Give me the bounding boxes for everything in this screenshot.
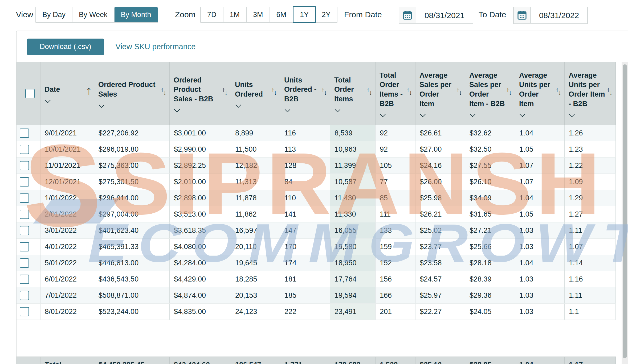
cell: 19,580 — [330, 239, 376, 255]
view-sku-performance-link[interactable]: View SKU performance — [116, 42, 196, 51]
view-option-by-month[interactable]: By Month — [115, 7, 158, 22]
table-row: 10/01/2021$296,019.80$2,990.0011,5001131… — [17, 141, 616, 158]
cell: $508,871.00 — [94, 287, 170, 303]
row-checkbox[interactable] — [20, 193, 29, 203]
sort-ascending-icon[interactable]: ↑ — [86, 86, 92, 96]
cell: $25.02 — [415, 222, 465, 238]
total-cell: $4,450,295.45 — [94, 357, 170, 364]
column-filter-chevron-icon[interactable] — [569, 111, 575, 117]
sort-icon[interactable]: ↑↓ — [406, 86, 413, 94]
sort-icon[interactable]: ↑↓ — [161, 86, 167, 94]
cell: 1.03 — [515, 239, 565, 255]
view-option-by-week[interactable]: By Week — [72, 7, 115, 22]
cell: $25.98 — [415, 190, 465, 206]
total-cell: 1.17 — [565, 357, 616, 364]
column-header-average-sales-per-order-item-b2b[interactable]: Average Sales per Order Item - B2B↑↓ — [465, 62, 515, 125]
cell: 1.04 — [515, 125, 565, 141]
cell: 1.09 — [565, 174, 616, 190]
column-header-units-ordered-b2b[interactable]: Units Ordered - B2B↑↓ — [280, 62, 330, 125]
column-header-date[interactable]: Date↑ — [40, 62, 94, 125]
zoom-option-6m[interactable]: 6M — [270, 7, 293, 22]
sort-icon[interactable]: ↑↓ — [321, 86, 328, 94]
column-label: Date — [44, 85, 84, 94]
cell: 133 — [376, 222, 415, 238]
sort-icon[interactable]: ↑↓ — [271, 86, 278, 94]
view-option-by-day[interactable]: By Day — [36, 7, 72, 22]
cell: 105 — [376, 158, 415, 173]
download-csv-button[interactable]: Download (.csv) — [27, 39, 104, 55]
cell: 8,539 — [330, 125, 376, 141]
column-header-total-order-items-b2b[interactable]: Total Order Items - B2B↑↓ — [376, 62, 415, 125]
column-header-average-units-per-order-item[interactable]: Average Units per Order Item↑↓ — [515, 62, 565, 125]
row-select-cell — [17, 190, 40, 206]
column-filter-chevron-icon[interactable] — [174, 107, 180, 112]
sort-icon[interactable]: ↑↓ — [506, 86, 513, 94]
column-filter-chevron-icon[interactable] — [520, 111, 525, 117]
zoom-option-1m[interactable]: 1M — [223, 7, 247, 22]
from-date-calendar-button[interactable] — [399, 7, 416, 23]
row-checkbox[interactable] — [20, 129, 29, 138]
cell: $4,874.00 — [170, 287, 231, 303]
column-filter-chevron-icon[interactable] — [45, 97, 51, 103]
cell: $275,301.50 — [94, 174, 170, 190]
column-header-ordered-product-sales[interactable]: Ordered Product Sales↑↓ — [94, 62, 170, 125]
column-filter-chevron-icon[interactable] — [335, 107, 340, 112]
sort-icon[interactable]: ↑↓ — [556, 86, 562, 94]
row-checkbox[interactable] — [20, 258, 29, 268]
column-header-units-ordered[interactable]: Units Ordered↑↓ — [231, 62, 280, 125]
row-checkbox[interactable] — [20, 307, 29, 316]
row-select-cell — [17, 141, 40, 157]
cell: 19,645 — [231, 255, 280, 271]
sort-icon[interactable]: ↑↓ — [222, 86, 229, 94]
column-header-ordered-product-sales-b2b[interactable]: Ordered Product Sales - B2B↑↓ — [170, 62, 231, 125]
zoom-option-2y[interactable]: 2Y — [315, 7, 337, 22]
column-filter-chevron-icon[interactable] — [99, 102, 104, 108]
zoom-option-7d[interactable]: 7D — [201, 7, 223, 22]
zoom-option-3m[interactable]: 3M — [247, 7, 270, 22]
to-date-calendar-button[interactable] — [514, 7, 531, 23]
cell: 201 — [376, 304, 415, 320]
row-checkbox[interactable] — [20, 291, 29, 300]
total-cell: 1,529 — [376, 357, 415, 364]
zoom-option-1y[interactable]: 1Y — [293, 6, 316, 23]
from-date-picker — [399, 7, 473, 24]
sort-icon[interactable]: ↑↓ — [456, 86, 463, 94]
column-filter-chevron-icon[interactable] — [235, 102, 241, 108]
cell: 1.05 — [515, 206, 565, 222]
row-checkbox[interactable] — [20, 226, 29, 235]
column-filter-chevron-icon[interactable] — [470, 111, 475, 117]
column-filter-chevron-icon[interactable] — [380, 111, 386, 117]
cell: 113 — [280, 141, 330, 157]
cell: $3,001.00 — [170, 125, 231, 141]
from-date-input[interactable] — [416, 7, 473, 23]
column-filter-chevron-icon[interactable] — [285, 107, 290, 112]
column-filter-chevron-icon[interactable] — [420, 111, 426, 117]
sort-icon[interactable]: ↑↓ — [607, 86, 613, 94]
cell: 1.1 — [565, 304, 616, 320]
cell: 1.07 — [515, 158, 565, 173]
scrollbar-thumb[interactable] — [623, 64, 627, 358]
column-header-average-sales-per-order-item[interactable]: Average Sales per Order Item↑↓ — [415, 62, 465, 125]
cell: 77 — [376, 174, 415, 190]
cell: 1.05 — [515, 141, 565, 157]
select-all-checkbox[interactable] — [25, 89, 35, 98]
cell: 1.04 — [515, 255, 565, 271]
cell: $31.65 — [465, 206, 515, 222]
to-date-input[interactable] — [531, 7, 587, 23]
vertical-scrollbar[interactable] — [622, 62, 628, 364]
sort-icon[interactable]: ↑↓ — [366, 86, 373, 94]
row-checkbox[interactable] — [20, 242, 29, 251]
cell: $3,618.35 — [170, 222, 231, 238]
cell: $24.16 — [415, 158, 465, 173]
row-checkbox[interactable] — [20, 145, 29, 154]
cell: $23.58 — [415, 255, 465, 271]
column-header-total-order-items[interactable]: Total Order Items↑↓ — [330, 62, 376, 125]
column-header-average-units-per-order-item-b2b[interactable]: Average Units per Order Item - B2B↑↓ — [565, 62, 616, 125]
row-checkbox[interactable] — [20, 161, 29, 170]
column-label: Average Units per Order Item - B2B — [569, 71, 606, 109]
table-row: 12/01/2021$275,301.50$2,010.0011,3138410… — [17, 174, 616, 190]
cell: 11,399 — [330, 158, 376, 173]
row-checkbox[interactable] — [20, 275, 29, 284]
row-checkbox[interactable] — [20, 210, 29, 219]
row-checkbox[interactable] — [20, 177, 29, 187]
